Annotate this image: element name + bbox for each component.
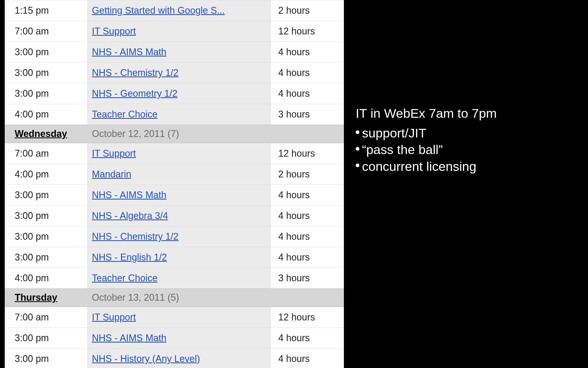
notes-bullet: concurrent licensing: [356, 158, 574, 175]
event-time: 3:00 pm: [5, 185, 87, 205]
event-duration: 2 hours: [271, 164, 344, 185]
event-duration: 4 hours: [271, 328, 344, 348]
event-time: 4:00 pm: [5, 268, 87, 288]
event-row: 3:00 pm NHS - Chemistry 1/2 4 hours: [5, 62, 344, 83]
event-duration: 12 hours: [271, 307, 344, 328]
event-link[interactable]: IT Support: [92, 312, 136, 323]
event-link[interactable]: NHS - English 1/2: [92, 252, 167, 263]
event-time: 7:00 am: [5, 143, 87, 164]
notes-panel: IT in WebEx 7am to 7pm support/JIT “pass…: [356, 105, 574, 175]
event-time: 4:00 pm: [5, 104, 87, 125]
day-date: October 12, 2011 (7): [87, 128, 179, 139]
event-duration: 4 hours: [271, 348, 344, 368]
event-link[interactable]: NHS - Chemistry 1/2: [92, 231, 178, 242]
bullet-text: concurrent licensing: [362, 158, 476, 175]
bullet-text: “pass the ball”: [362, 141, 443, 158]
event-time: 3:00 pm: [5, 348, 87, 368]
event-link[interactable]: NHS - Algebra 3/4: [92, 210, 168, 221]
bullet-icon: [356, 130, 359, 134]
calendar-panel: 1:15 pm Getting Started with Google S...…: [5, 0, 344, 368]
event-link[interactable]: NHS - AIMS Math: [92, 190, 166, 201]
event-row: 7:00 am IT Support 12 hours: [5, 143, 344, 164]
event-link[interactable]: IT Support: [92, 26, 136, 37]
bullet-icon: [356, 147, 359, 151]
notes-title: IT in WebEx 7am to 7pm: [356, 105, 574, 122]
event-time: 3:00 pm: [5, 42, 87, 62]
day-header: Thursday October 13, 2011 (5): [5, 288, 344, 307]
event-time: 3:00 pm: [5, 247, 87, 268]
event-duration: 3 hours: [271, 268, 344, 288]
event-link[interactable]: NHS - AIMS Math: [92, 47, 166, 58]
event-row: 3:00 pm NHS - AIMS Math 4 hours: [5, 328, 344, 348]
event-link[interactable]: Getting Started with Google S...: [92, 5, 225, 16]
event-time: 3:00 pm: [5, 328, 87, 348]
bullet-icon: [356, 163, 359, 167]
event-row: 7:00 am IT Support 12 hours: [5, 307, 344, 328]
event-duration: 12 hours: [271, 143, 344, 164]
notes-bullet: support/JIT: [356, 125, 574, 141]
event-time: 3:00 pm: [5, 205, 87, 226]
day-name: Wednesday: [5, 128, 87, 139]
event-row: 3:00 pm NHS - History (Any Level) 4 hour…: [5, 348, 344, 368]
event-link[interactable]: NHS - History (Any Level): [92, 353, 200, 364]
event-link[interactable]: Teacher Choice: [92, 273, 158, 284]
event-row: 4:00 pm Teacher Choice 3 hours: [5, 104, 344, 125]
event-row: 3:00 pm NHS - AIMS Math 4 hours: [5, 42, 344, 62]
event-link[interactable]: NHS - Chemistry 1/2: [92, 67, 178, 78]
event-link[interactable]: NHS - Geometry 1/2: [92, 88, 177, 99]
event-duration: 4 hours: [271, 185, 344, 205]
event-time: 4:00 pm: [5, 164, 87, 185]
day-name: Thursday: [5, 292, 87, 303]
event-time: 1:15 pm: [5, 0, 87, 21]
event-row: 3:00 pm NHS - AIMS Math 4 hours: [5, 185, 344, 205]
event-duration: 4 hours: [271, 62, 344, 83]
event-duration: 4 hours: [271, 247, 344, 268]
day-header: Wednesday October 12, 2011 (7): [5, 125, 344, 143]
event-row: 3:00 pm NHS - Algebra 3/4 4 hours: [5, 205, 344, 226]
event-duration: 4 hours: [271, 205, 344, 226]
event-row: 4:00 pm Mandarin 2 hours: [5, 164, 344, 185]
event-time: 3:00 pm: [5, 226, 87, 247]
event-link[interactable]: IT Support: [92, 148, 136, 159]
event-duration: 3 hours: [271, 104, 344, 125]
event-duration: 4 hours: [271, 83, 344, 104]
event-duration: 4 hours: [271, 226, 344, 247]
bullet-text: support/JIT: [362, 125, 426, 141]
event-row: 3:00 pm NHS - Geometry 1/2 4 hours: [5, 83, 344, 104]
event-link[interactable]: Teacher Choice: [92, 109, 158, 120]
notes-bullet: “pass the ball”: [356, 141, 574, 158]
event-duration: 12 hours: [271, 21, 344, 42]
event-link[interactable]: NHS - AIMS Math: [92, 333, 166, 344]
event-row: 4:00 pm Teacher Choice 3 hours: [5, 268, 344, 288]
event-link[interactable]: Mandarin: [92, 169, 131, 180]
event-time: 7:00 am: [5, 21, 87, 42]
event-row: 7:00 am IT Support 12 hours: [5, 21, 344, 42]
event-duration: 2 hours: [271, 0, 344, 21]
event-row: 3:00 pm NHS - Chemistry 1/2 4 hours: [5, 226, 344, 247]
event-row: 1:15 pm Getting Started with Google S...…: [5, 0, 344, 21]
event-time: 7:00 am: [5, 307, 87, 328]
day-date: October 13, 2011 (5): [87, 292, 179, 303]
event-row: 3:00 pm NHS - English 1/2 4 hours: [5, 247, 344, 268]
event-duration: 4 hours: [271, 42, 344, 62]
event-time: 3:00 pm: [5, 83, 87, 104]
event-time: 3:00 pm: [5, 62, 87, 83]
